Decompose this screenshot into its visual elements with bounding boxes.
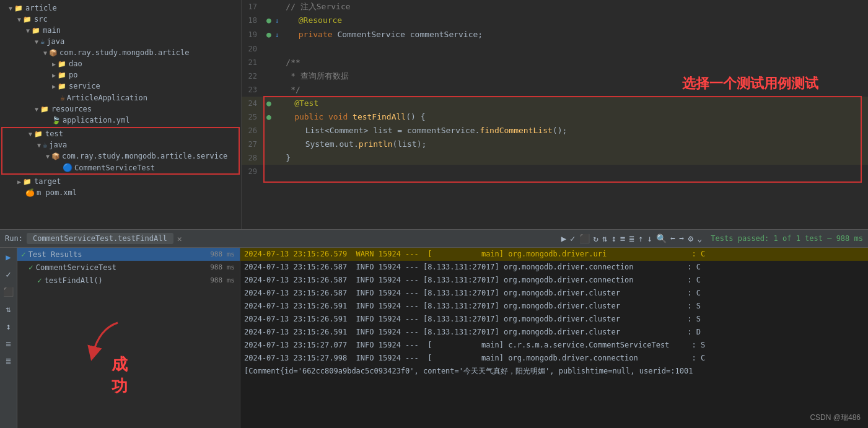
java-icon: ☕ [43, 141, 47, 149]
check-small-icon[interactable]: ✓ [4, 268, 12, 281]
tree-item-test[interactable]: ▼ 📁 test [2, 128, 239, 139]
tree-item-target[interactable]: ▶ 📁 target [0, 176, 241, 187]
watermark: CSDN @瑞486 [810, 413, 861, 423]
arrow-icon: ▼ [17, 16, 21, 23]
play-icon[interactable]: ▶ [561, 234, 566, 243]
folder-icon: 📁 [58, 60, 66, 68]
filter-icon[interactable]: ≣ [629, 234, 634, 243]
console-line-4: 2024-07-13 23:15:26.591 INFO 15924 --- [… [240, 300, 868, 313]
run-label: Run: [5, 234, 23, 243]
check-green-icon-3: ✓ [37, 276, 42, 285]
tree-item-service[interactable]: ▶ 📁 service [0, 81, 241, 92]
test-child-time: 988 ms [210, 263, 235, 271]
tree-item-test-java[interactable]: ▼ ☕ java [2, 139, 239, 151]
tree-label: resources [51, 105, 92, 113]
tree-item-resources[interactable]: ▼ 📁 resources [0, 103, 241, 115]
tree-item-po[interactable]: ▶ 📁 po [0, 69, 241, 81]
folder-icon: 📁 [32, 27, 40, 35]
tree-item-pom-xml[interactable]: 🍊 m pom.xml [0, 187, 241, 198]
sort-icon[interactable]: ≡ [620, 234, 625, 243]
tree-label: m pom.xml [37, 188, 77, 197]
toggle-down-icon[interactable]: ↕ [611, 234, 616, 243]
tree-label: dao [69, 59, 82, 68]
sort-small-icon[interactable]: ⇅ [4, 302, 12, 316]
tree-label: com.ray.study.mongodb.article [59, 48, 190, 57]
code-line-18: 18 ●↓ @Resource [242, 14, 868, 28]
zoom-icon[interactable]: 🔍 [656, 234, 667, 243]
folder-icon: 📁 [23, 178, 32, 186]
code-editor: 选择一个测试用例测试 17 // 注入Service 18 ●↓ @Resour… [242, 0, 868, 229]
tree-item-dao[interactable]: ▶ 📁 dao [0, 58, 241, 69]
tree-label: test [45, 129, 63, 138]
tree-label: java [46, 37, 64, 46]
bottom-section: ▶ ✓ ⬛ ⇅ ↕ ≡ ≣ ✓ Test Results 988 ms ✓ Co… [0, 248, 868, 428]
up-icon[interactable]: ↑ [638, 234, 643, 243]
console-panel: 2024-07-13 23:15:26.579 WARN 15924 --- [… [240, 248, 868, 428]
check-icon[interactable]: ✓ [570, 234, 575, 243]
code-line-29: 29 [242, 165, 868, 178]
tree-label: target [34, 177, 61, 186]
main-container: ▼ 📁 article ▼ 📁 src ▼ 📁 main ▼ ☕ java [0, 0, 868, 428]
file-tree: ▼ 📁 article ▼ 📁 src ▼ 📁 main ▼ ☕ java [0, 0, 242, 229]
tree-item-application-yml[interactable]: 🍃 application.yml [0, 115, 241, 126]
run-icon[interactable]: ▶ [4, 250, 12, 264]
menu2-icon[interactable]: ≣ [4, 354, 12, 368]
test-child-item[interactable]: ✓ CommentServiceTest 988 ms [17, 261, 240, 274]
check-green-icon-2: ✓ [28, 263, 33, 272]
folder-icon: 📁 [14, 4, 23, 12]
code-line-26: 26 List<Comment> list = commentService.f… [242, 124, 868, 138]
run-tab[interactable]: CommentServiceTest.testFindAll [27, 233, 173, 244]
export-icon[interactable]: ➡ [679, 234, 684, 243]
tree-label: main [43, 26, 61, 35]
code-line-17: 17 // 注入Service [242, 0, 868, 14]
test-root-item[interactable]: ✓ Test Results 988 ms [17, 248, 240, 261]
tree-item-article[interactable]: ▼ 📁 article [0, 2, 241, 14]
folder-icon: 📁 [58, 71, 66, 79]
tree-item-article-application[interactable]: ☕ ArticleApplication [0, 92, 241, 103]
package-icon: 📦 [51, 152, 60, 160]
code-line-19: 19 ●↓ private CommentService commentServ… [242, 28, 868, 42]
left-toolbar: ▶ ✓ ⬛ ⇅ ↕ ≡ ≣ [0, 248, 17, 428]
test-file-icon: 🔵 [63, 163, 72, 172]
tree-item-main[interactable]: ▼ 📁 main [0, 25, 241, 36]
tree-label: CommentServiceTest [74, 164, 155, 172]
folder-icon: 📁 [40, 105, 49, 113]
tree-item-package-main[interactable]: ▼ 📦 com.ray.study.mongodb.article [0, 47, 241, 58]
console-line-9: [Comment{id='662cc809a9bdac5c093423f0', … [240, 365, 868, 378]
sort2-small-icon[interactable]: ↕ [4, 320, 12, 333]
tree-label: java [49, 141, 67, 149]
import-icon[interactable]: ⬅ [670, 234, 675, 243]
package-icon: 📦 [49, 49, 58, 57]
class-icon: ☕ [60, 93, 65, 102]
stop-small-icon[interactable]: ⬛ [1, 285, 15, 299]
close-tab-icon[interactable]: ✕ [177, 234, 182, 243]
tree-label: po [69, 71, 77, 79]
xml-icon: 🍊 [25, 188, 35, 197]
console-line-8: 2024-07-13 23:15:27.998 INFO 15924 --- [… [240, 352, 868, 365]
tree-label: application.yml [63, 116, 129, 124]
toggle-up-icon[interactable]: ⇅ [602, 234, 607, 243]
tree-item-java[interactable]: ▼ ☕ java [0, 36, 241, 47]
expand-icon[interactable]: ⌄ [697, 234, 702, 243]
java-icon: ☕ [40, 37, 45, 46]
settings-icon[interactable]: ⚙ [688, 234, 693, 243]
console-line-0: 2024-07-13 23:15:26.579 WARN 15924 --- [… [240, 248, 868, 261]
code-line-20: 20 [242, 42, 868, 56]
down-icon[interactable]: ↓ [647, 234, 652, 243]
code-line-24: 24 ● @Test [242, 97, 868, 110]
tree-item-comment-service-test[interactable]: 🔵 CommentServiceTest [2, 162, 239, 173]
test-grandchild-time: 988 ms [210, 276, 235, 284]
top-section: ▼ 📁 article ▼ 📁 src ▼ 📁 main ▼ ☕ java [0, 0, 868, 229]
stop-icon[interactable]: ⬛ [579, 234, 590, 243]
arrow-icon: ▶ [52, 61, 56, 68]
test-grandchild-item[interactable]: ✓ testFindAll() 988 ms [17, 274, 240, 287]
tree-item-package-test[interactable]: ▼ 📦 com.ray.study.mongodb.article.servic… [2, 151, 239, 162]
arrow-icon: ▼ [46, 153, 50, 160]
arrow-icon: ▼ [9, 5, 12, 12]
tree-item-src[interactable]: ▼ 📁 src [0, 14, 241, 25]
rerun-icon[interactable]: ↻ [594, 234, 598, 243]
code-line-25: 25 ● public void testFindAll() { [242, 110, 868, 124]
menu-icon[interactable]: ≡ [4, 337, 12, 351]
folder-icon: 📁 [58, 82, 66, 90]
console-line-2: 2024-07-13 23:15:26.587 INFO 15924 --- [… [240, 274, 868, 287]
